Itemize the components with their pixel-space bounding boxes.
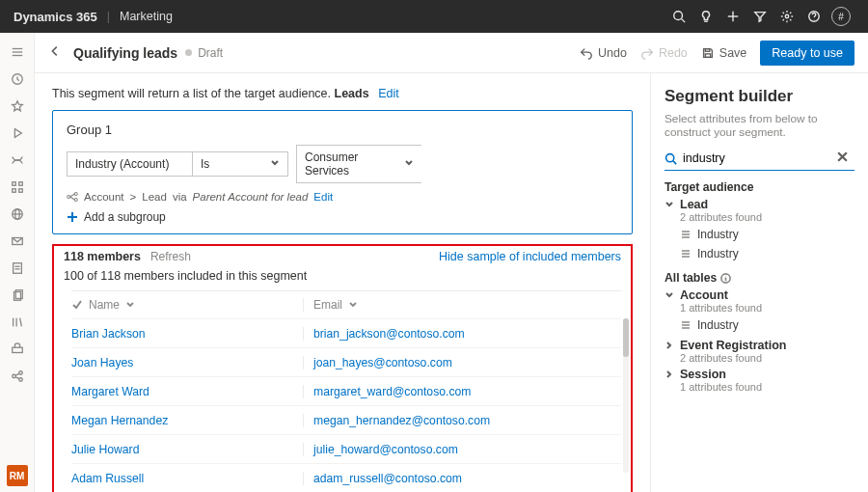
builder-title: Segment builder (665, 87, 854, 106)
attribute-item[interactable]: Industry (680, 244, 854, 263)
cell-email[interactable]: joan_hayes@contoso.com (303, 356, 621, 369)
lightbulb-icon[interactable] (692, 0, 719, 33)
attribute-search[interactable] (665, 149, 854, 171)
svg-rect-12 (12, 182, 15, 186)
command-bar: Qualifying leads Draft Undo Redo Save Re… (35, 33, 868, 73)
cell-name[interactable]: Adam Russell (71, 472, 303, 485)
left-nav-rail: RM (0, 33, 35, 492)
table-row[interactable]: Margaret Wardmargaret_ward@contoso.com (71, 376, 621, 405)
cell-name[interactable]: Joan Hayes (71, 356, 303, 369)
clear-search-icon[interactable] (836, 150, 854, 166)
table-row[interactable]: Adam Russelladam_russell@contoso.com (71, 463, 621, 492)
table-group-lead[interactable]: Lead (665, 198, 854, 211)
cell-name[interactable]: Brian Jackson (71, 327, 303, 341)
col-header-email[interactable]: Email (303, 298, 621, 312)
svg-point-38 (74, 199, 77, 202)
nav-play-icon[interactable] (0, 120, 35, 147)
cell-email[interactable]: margaret_ward@contoso.com (303, 385, 621, 398)
attribute-item[interactable]: Industry (680, 225, 854, 244)
redo-button: Redo (640, 46, 688, 60)
svg-point-37 (74, 193, 77, 196)
cell-name[interactable]: Megan Hernandez (71, 414, 303, 427)
nav-share-icon[interactable] (0, 363, 35, 390)
cell-email[interactable]: adam_russell@contoso.com (303, 472, 621, 485)
group-card: Group 1 Industry (Account) Is Consumer S… (52, 110, 633, 234)
nav-copy-icon[interactable] (0, 282, 35, 309)
table-scrollbar[interactable] (623, 318, 629, 473)
svg-point-7 (814, 19, 815, 20)
edit-path-link[interactable]: Edit (313, 191, 333, 203)
nav-journeys-icon[interactable] (0, 147, 35, 174)
value-dropdown[interactable]: Consumer Services (296, 145, 421, 183)
svg-line-33 (15, 377, 19, 379)
svg-line-27 (19, 318, 21, 327)
operator-dropdown[interactable]: Is (192, 151, 288, 177)
table-row[interactable]: Julie Howardjulie_howard@contoso.com (71, 434, 621, 463)
all-tables-label: All tables (665, 271, 854, 285)
edit-entity-link[interactable]: Edit (378, 87, 399, 100)
cell-email[interactable]: julie_howard@contoso.com (303, 443, 621, 456)
cell-email[interactable]: brian_jackson@contoso.com (303, 327, 621, 341)
user-avatar-badge[interactable]: RM (7, 465, 28, 486)
gear-icon[interactable] (773, 0, 800, 33)
segment-builder-pane: Segment builder Select attributes from b… (650, 73, 868, 492)
nav-hamburger-icon[interactable] (0, 39, 35, 66)
attribute-search-input[interactable] (683, 151, 836, 165)
col-header-name[interactable]: Name (71, 298, 303, 312)
record-status: Draft (185, 46, 223, 60)
help-icon[interactable] (800, 0, 827, 33)
ready-to-use-button[interactable]: Ready to use (760, 41, 854, 66)
nav-world-icon[interactable] (0, 201, 35, 228)
nav-mail-icon[interactable] (0, 228, 35, 255)
nav-library-icon[interactable] (0, 309, 35, 336)
table-row[interactable]: Joan Hayesjoan_hayes@contoso.com (71, 347, 621, 376)
table-row[interactable]: Brian Jacksonbrian_jackson@contoso.com (71, 318, 621, 347)
table-group-account[interactable]: Account (665, 288, 854, 302)
table-group-session[interactable]: Session (665, 368, 854, 381)
target-audience-label: Target audience (665, 180, 854, 194)
nav-form-icon[interactable] (0, 255, 35, 282)
info-icon[interactable] (720, 273, 731, 284)
user-avatar[interactable]: # (827, 0, 854, 33)
svg-line-44 (673, 160, 676, 163)
members-summary: 100 of 118 members included in this segm… (54, 269, 631, 290)
svg-line-39 (70, 194, 75, 197)
page-title: Qualifying leads (73, 45, 177, 61)
save-button[interactable]: Save (701, 46, 747, 60)
filter-icon[interactable] (746, 0, 773, 33)
nav-grid-icon[interactable] (0, 174, 35, 201)
nav-recent-icon[interactable] (0, 66, 35, 93)
nav-pinned-icon[interactable] (0, 93, 35, 120)
group-title: Group 1 (67, 123, 618, 137)
svg-point-0 (674, 12, 683, 20)
search-icon[interactable] (665, 0, 692, 33)
area-name[interactable]: Marketing (120, 10, 173, 23)
table-row[interactable]: Megan Hernandezmegan_hernandez@contoso.c… (71, 405, 621, 434)
nav-misc-icon[interactable] (0, 336, 35, 363)
add-icon[interactable] (719, 0, 746, 33)
svg-rect-15 (18, 189, 22, 193)
segment-description: This segment will return a list of the t… (52, 87, 633, 100)
undo-button[interactable]: Undo (580, 46, 627, 60)
cell-name[interactable]: Julie Howard (71, 443, 303, 456)
svg-line-32 (15, 373, 19, 375)
svg-point-29 (12, 374, 15, 378)
attribute-dropdown[interactable]: Industry (Account) (67, 151, 192, 177)
canvas: This segment will return a list of the t… (35, 73, 650, 492)
app-name: Dynamics 365 (14, 10, 97, 24)
attribute-item[interactable]: Industry (680, 315, 854, 335)
members-count: 118 members (64, 250, 141, 263)
table-group-event-registration[interactable]: Event Registration (665, 339, 854, 352)
cell-name[interactable]: Margaret Ward (71, 385, 303, 398)
cell-email[interactable]: megan_hernandez@contoso.com (303, 414, 621, 427)
back-button[interactable] (48, 44, 62, 61)
attributes-count: 2 attributes found (680, 211, 854, 223)
svg-point-43 (666, 153, 674, 161)
hide-sample-link[interactable]: Hide sample of included members (439, 250, 621, 263)
add-subgroup-button[interactable]: Add a subgroup (67, 210, 618, 224)
svg-line-1 (682, 19, 686, 23)
refresh-link[interactable]: Refresh (150, 250, 191, 263)
svg-point-30 (18, 371, 22, 375)
search-icon (665, 152, 677, 165)
svg-rect-14 (12, 189, 15, 193)
